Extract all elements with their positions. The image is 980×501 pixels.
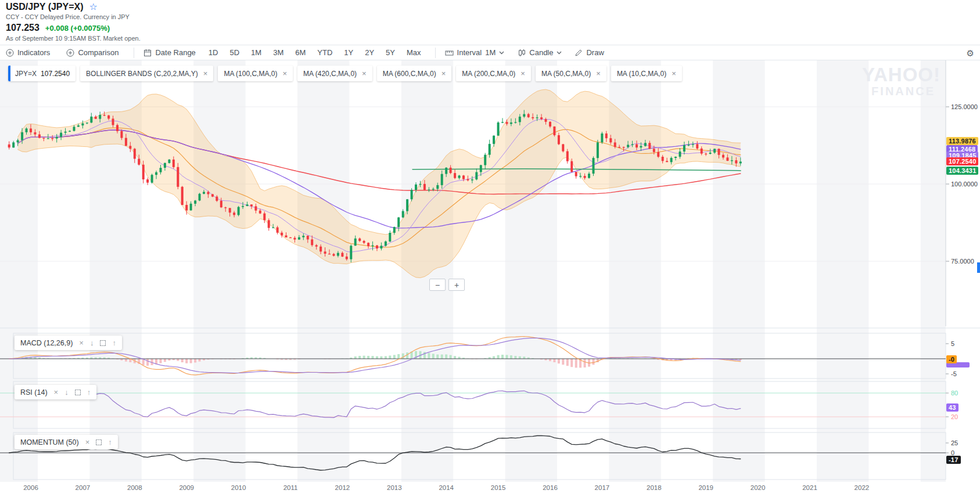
price-badge: 107.2540 xyxy=(946,157,978,165)
move-down-icon[interactable]: ↓ xyxy=(64,388,69,397)
close-icon[interactable]: × xyxy=(79,338,84,347)
expand-icon[interactable] xyxy=(75,390,81,395)
chart-region: YAHOO! FINANCE JPY=X 107.2540 BOLLINGER … xyxy=(0,60,980,501)
symbol-pill[interactable]: JPY=X 107.2540 xyxy=(8,66,76,81)
as-of-timestamp: As of September 10 9:15AM BST. Market op… xyxy=(6,35,141,42)
chart-type-dropdown[interactable]: Candle xyxy=(518,48,562,57)
watchlist-star-icon[interactable]: ☆ xyxy=(89,1,98,12)
pill-ma-420[interactable]: MA (420,C,MA,0) × xyxy=(297,66,372,81)
move-down-icon[interactable]: ↓ xyxy=(90,338,94,347)
pill-label: MA (200,C,MA,0) xyxy=(462,70,515,78)
momentum-badge: -17 xyxy=(946,456,961,464)
macd-axis-tick: 5 xyxy=(951,340,954,347)
expand-icon[interactable] xyxy=(100,340,106,346)
date-range-button[interactable]: Date Range xyxy=(143,48,195,57)
move-up-icon[interactable]: ↑ xyxy=(108,438,112,446)
calendar-icon xyxy=(143,49,152,57)
chevron-down-icon xyxy=(557,51,562,55)
chart-toolbar: Indicators Comparison Date Range 1D 5D 1… xyxy=(0,45,980,60)
x-axis-year: 2020 xyxy=(751,484,766,491)
page-title: USD/JPY (JPY=X) xyxy=(6,2,84,12)
momentum-panel-label: MOMENTUM (50) × ↑ xyxy=(15,435,118,449)
x-axis-year: 2013 xyxy=(387,484,402,491)
close-icon[interactable]: × xyxy=(520,69,525,78)
x-axis-year: 2011 xyxy=(283,484,298,491)
price-badge: 104.3431 xyxy=(946,167,978,175)
range-5y[interactable]: 5Y xyxy=(386,48,395,57)
close-icon[interactable]: × xyxy=(441,69,446,78)
x-axis-year: 2017 xyxy=(595,484,610,491)
pill-ma-200[interactable]: MA (200,C,MA,0) × xyxy=(456,66,531,81)
close-icon[interactable]: × xyxy=(282,69,287,78)
symbol-pill-ticker: JPY=X xyxy=(15,70,37,78)
plus-circle-icon xyxy=(66,49,74,57)
x-axis-year: 2019 xyxy=(698,484,713,491)
scrollbar-thumb[interactable] xyxy=(977,262,980,273)
pencil-icon xyxy=(575,49,583,57)
x-axis-year: 2014 xyxy=(439,484,454,491)
range-1m[interactable]: 1M xyxy=(251,48,261,57)
draw-button[interactable]: Draw xyxy=(575,48,604,57)
range-3m[interactable]: 3M xyxy=(273,48,283,57)
price-axis-tick: 75.0000 xyxy=(951,258,974,265)
price-axis-tick: 100.0000 xyxy=(951,181,978,188)
comparison-label: Comparison xyxy=(78,48,119,57)
x-axis-year: 2007 xyxy=(76,484,91,491)
range-6m[interactable]: 6M xyxy=(295,48,306,57)
yahoo-finance-chart-app: USD/JPY (JPY=X) ☆ CCY - CCY Delayed Pric… xyxy=(0,0,980,501)
rsi-panel-label: RSI (14) × ↓ ↑ xyxy=(15,385,96,399)
pill-ma-600[interactable]: MA (600,C,MA,0) × xyxy=(377,66,452,81)
range-max[interactable]: Max xyxy=(407,48,421,57)
macd-label: MACD (12,26,9) xyxy=(20,339,73,347)
close-icon[interactable]: × xyxy=(203,69,208,78)
pill-label: MA (10,C,MA,0) xyxy=(617,70,666,78)
draw-label: Draw xyxy=(586,48,604,57)
indicator-pills-row: JPY=X 107.2540 BOLLINGER BANDS (C,20,2,M… xyxy=(8,66,682,81)
close-icon[interactable]: × xyxy=(54,388,59,397)
interval-dropdown[interactable]: Interval 1M xyxy=(445,48,505,57)
range-2y[interactable]: 2Y xyxy=(365,48,374,57)
pill-ma-50[interactable]: MA (50,C,MA,0) × xyxy=(536,66,606,81)
chevron-down-icon xyxy=(499,51,504,55)
range-5d[interactable]: 5D xyxy=(229,48,239,57)
close-icon[interactable]: × xyxy=(596,69,601,78)
toolbar-divider xyxy=(435,48,436,58)
x-axis-year: 2009 xyxy=(179,484,194,491)
price-chart-canvas[interactable] xyxy=(0,60,980,501)
pill-ma-100[interactable]: MA (100,C,MA,0) × xyxy=(218,66,293,81)
pill-bollinger-bands[interactable]: BOLLINGER BANDS (C,20,2,MA,Y) × xyxy=(80,66,213,81)
zoom-in-button[interactable]: + xyxy=(448,279,465,291)
rsi-badge: 43 xyxy=(946,403,959,412)
symbol-pill-value: 107.2540 xyxy=(41,70,70,78)
pill-ma-10[interactable]: MA (10,C,MA,0) × xyxy=(611,66,682,81)
macd-axis-tick: -5 xyxy=(951,370,957,377)
quote-header: USD/JPY (JPY=X) ☆ CCY - CCY Delayed Pric… xyxy=(6,1,141,42)
move-up-icon[interactable]: ↑ xyxy=(87,388,91,397)
close-icon[interactable]: × xyxy=(672,69,676,78)
range-1d[interactable]: 1D xyxy=(209,48,218,57)
chart-type-label: Candle xyxy=(529,48,553,57)
toolbar-divider xyxy=(134,48,134,58)
indicators-button[interactable]: Indicators xyxy=(6,48,50,57)
x-axis-year: 2012 xyxy=(335,484,350,491)
pill-label: BOLLINGER BANDS (C,20,2,MA,Y) xyxy=(86,70,198,78)
macd-panel-label: MACD (12,26,9) × ↓ ↑ xyxy=(15,336,122,350)
settings-gear-icon[interactable]: ⚙ xyxy=(967,45,974,61)
close-icon[interactable]: × xyxy=(85,438,90,446)
move-up-icon[interactable]: ↑ xyxy=(112,338,116,347)
candlestick-icon xyxy=(518,49,526,57)
pill-label: MA (50,C,MA,0) xyxy=(541,70,591,78)
plus-circle-icon xyxy=(6,49,14,57)
range-1y[interactable]: 1Y xyxy=(344,48,353,57)
comparison-button[interactable]: Comparison xyxy=(66,48,119,57)
rsi-axis-tick: 80 xyxy=(951,390,958,397)
zoom-out-button[interactable]: − xyxy=(429,279,446,291)
x-axis-year: 2015 xyxy=(491,484,506,491)
x-axis-year: 2018 xyxy=(647,484,662,491)
range-ytd[interactable]: YTD xyxy=(317,48,332,57)
pill-label: MA (420,C,MA,0) xyxy=(303,70,357,78)
expand-icon[interactable] xyxy=(96,439,102,445)
close-icon[interactable]: × xyxy=(362,69,367,78)
x-axis-year: 2016 xyxy=(543,484,558,491)
x-axis-year: 2010 xyxy=(231,484,246,491)
